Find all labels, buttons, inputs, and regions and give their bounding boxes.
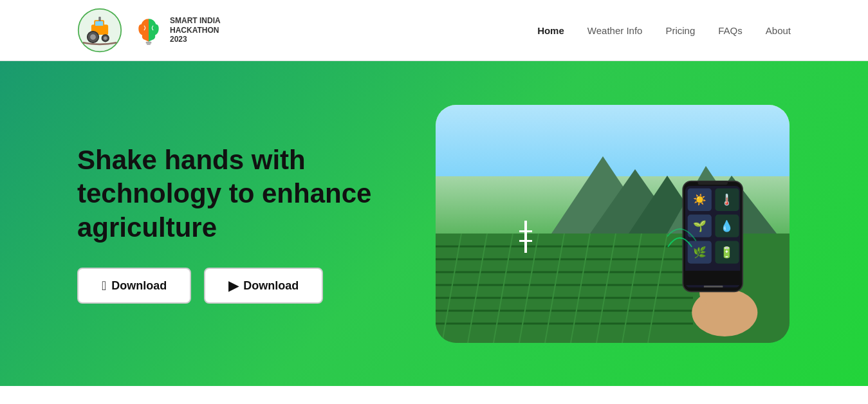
- svg-rect-10: [147, 44, 151, 45]
- download-buttons:  Download ▶ Download: [77, 268, 434, 304]
- hackathon-text: SMART INDIA HACKATHON 2023: [170, 16, 221, 44]
- svg-rect-53: [697, 181, 727, 185]
- brain-icon: [133, 14, 165, 46]
- hand-svg: ☀️ 🌡️ 🌱 💧 🌿 🔋: [667, 169, 770, 336]
- play-download-button[interactable]: ▶ Download: [204, 268, 323, 304]
- svg-text:🌡️: 🌡️: [720, 192, 734, 206]
- svg-rect-3: [95, 21, 103, 26]
- nav-home[interactable]: Home: [537, 25, 564, 36]
- svg-point-7: [104, 37, 107, 40]
- svg-rect-9: [146, 42, 152, 44]
- svg-text:💧: 💧: [720, 219, 734, 232]
- header: SMART INDIA HACKATHON 2023 Home Weather …: [0, 0, 868, 61]
- svg-rect-33: [524, 221, 527, 253]
- tractor-logo: [77, 8, 122, 53]
- play-download-label: Download: [243, 279, 299, 293]
- svg-rect-8: [98, 17, 101, 21]
- bottom-features: [0, 386, 868, 404]
- apple-download-button[interactable]:  Download: [77, 268, 191, 304]
- hero-section: Shake hands with technology to enhance a…: [0, 61, 868, 386]
- svg-text:☀️: ☀️: [693, 192, 706, 206]
- play-icon: ▶: [228, 278, 238, 293]
- nav-weather-info[interactable]: Weather Info: [587, 25, 643, 36]
- svg-rect-35: [519, 240, 532, 242]
- logo-area: SMART INDIA HACKATHON 2023: [77, 8, 221, 53]
- hero-image: ☀️ 🌡️ 🌱 💧 🌿 🔋: [436, 105, 790, 343]
- hero-left: Shake hands with technology to enhance a…: [77, 143, 434, 304]
- nav-about[interactable]: About: [766, 25, 791, 36]
- svg-rect-52: [704, 286, 723, 288]
- apple-download-label: Download: [111, 279, 167, 293]
- nav-pricing[interactable]: Pricing: [665, 25, 695, 36]
- svg-text:🌱: 🌱: [693, 219, 706, 232]
- nav-faqs[interactable]: FAQs: [718, 25, 743, 36]
- main-nav: Home Weather Info Pricing FAQs About: [537, 25, 791, 36]
- svg-rect-51: [685, 270, 740, 284]
- svg-text:🔋: 🔋: [720, 245, 734, 259]
- hero-title: Shake hands with technology to enhance a…: [77, 143, 412, 245]
- apple-icon: : [102, 279, 106, 293]
- svg-point-5: [90, 34, 96, 40]
- hackathon-logo: SMART INDIA HACKATHON 2023: [133, 14, 221, 46]
- svg-rect-34: [519, 230, 532, 232]
- phone-in-hand: ☀️ 🌡️ 🌱 💧 🌿 🔋: [667, 169, 770, 336]
- svg-text:🌿: 🌿: [693, 245, 706, 259]
- hero-right: ☀️ 🌡️ 🌱 💧 🌿 🔋: [434, 105, 791, 343]
